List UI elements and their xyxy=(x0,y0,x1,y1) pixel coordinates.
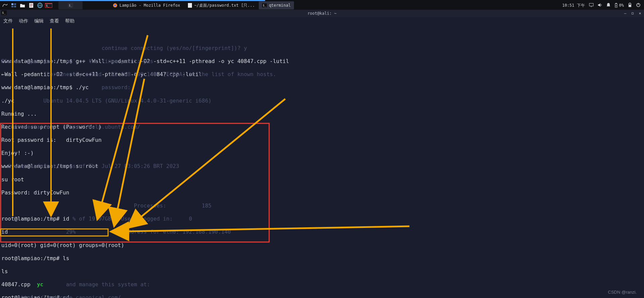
task-qterminal[interactable]: $_ qterminal xyxy=(259,1,294,9)
open-windows: $_ Lampião - Mozilla Firefox ~/桌面/passwo… xyxy=(58,1,294,9)
svg-rect-5 xyxy=(30,4,33,4)
svg-text:$_: $_ xyxy=(2,11,6,14)
document-icon xyxy=(188,3,192,8)
terminal-titlebar[interactable]: $_ root@kali: ~ ― ◻ ✕ xyxy=(0,10,644,17)
files-icon[interactable] xyxy=(19,2,26,9)
task-texteditor[interactable]: ~/桌面/password.txt [只... xyxy=(184,1,258,9)
menu-action[interactable]: 动作 xyxy=(19,18,28,24)
clock[interactable]: 10:51 下午 xyxy=(562,3,585,8)
task-qterminal-label: qterminal xyxy=(269,3,291,8)
minimize-button[interactable]: ― xyxy=(623,10,628,16)
svg-text:$_: $_ xyxy=(263,4,266,7)
close-button[interactable]: ✕ xyxy=(637,10,643,16)
terminal-menubar: 文件 动作 编辑 查看 帮助 xyxy=(0,17,644,25)
display-icon[interactable] xyxy=(589,3,594,8)
svg-rect-21 xyxy=(589,3,593,6)
window-controls: ― ◻ ✕ xyxy=(623,10,643,16)
lock-icon[interactable] xyxy=(628,3,632,8)
text-editor-icon[interactable] xyxy=(28,2,35,9)
svg-rect-3 xyxy=(14,6,16,7)
os-taskbar: $_ $_ Lampião - Mozilla Firefox ~/桌面/pas… xyxy=(0,1,644,10)
terminal-window: $_ root@kali: ~ ― ◻ ✕ 文件 动作 编辑 查看 帮助 con… xyxy=(0,10,644,298)
svg-text:$_: $_ xyxy=(46,4,49,7)
ghost-text: continue connecting (yes/no/[fingerprint… xyxy=(1,25,276,298)
watermark: CSDN @ranzi. xyxy=(608,290,637,295)
task-firefox[interactable]: Lampião - Mozilla Firefox xyxy=(109,1,184,9)
svg-rect-1 xyxy=(14,3,16,5)
svg-rect-18 xyxy=(188,3,192,8)
svg-rect-24 xyxy=(615,3,617,4)
qterminal-icon: $_ xyxy=(262,3,267,8)
browser-icon[interactable] xyxy=(36,2,44,9)
battery-icon[interactable]: 0% xyxy=(614,3,624,8)
svg-rect-7 xyxy=(30,6,32,6)
svg-rect-0 xyxy=(11,3,13,5)
terminal-app-icon: $_ xyxy=(1,10,7,16)
quick-launchers: $_ xyxy=(0,2,52,9)
svg-rect-2 xyxy=(11,6,13,7)
menu-help[interactable]: 帮助 xyxy=(65,18,75,24)
svg-point-17 xyxy=(114,4,116,6)
svg-rect-6 xyxy=(30,5,33,5)
volume-icon[interactable] xyxy=(598,3,602,8)
svg-rect-25 xyxy=(629,5,631,7)
system-tray: 10:51 下午 0% xyxy=(562,3,644,8)
task-firefox-label: Lampião - Mozilla Firefox xyxy=(119,3,180,8)
menu-view[interactable]: 查看 xyxy=(50,18,59,24)
menu-edit[interactable]: 编辑 xyxy=(34,18,44,24)
power-icon[interactable] xyxy=(636,3,641,8)
terminal-title: root@kali: ~ xyxy=(307,11,337,16)
notification-icon[interactable] xyxy=(606,3,610,8)
firefox-icon xyxy=(113,3,117,8)
taskbar-activity-strip xyxy=(0,0,644,1)
task-texteditor-label: ~/桌面/password.txt [只... xyxy=(194,3,255,8)
svg-text:$_: $_ xyxy=(69,4,72,7)
terminal-icon[interactable]: $_ xyxy=(45,2,52,9)
menu-file[interactable]: 文件 xyxy=(3,18,13,24)
kali-menu-icon[interactable] xyxy=(1,2,9,9)
maximize-button[interactable]: ◻ xyxy=(630,10,635,16)
terminal-viewport[interactable]: continue connecting (yes/no/[fingerprint… xyxy=(0,25,644,298)
task-minimized-term[interactable]: $_ xyxy=(58,1,83,9)
workspaces-icon[interactable] xyxy=(10,2,17,9)
